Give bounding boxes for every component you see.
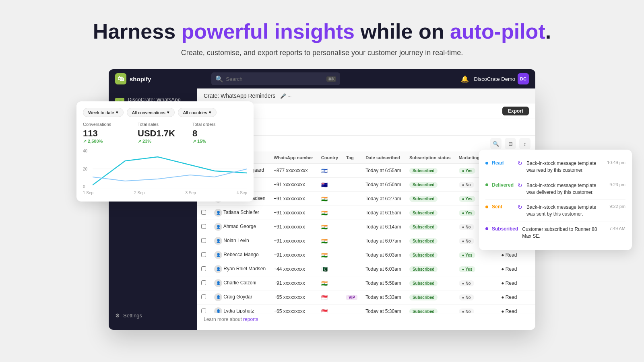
chart-filters: Week to date ▾ All conversations ▾ All c… — [83, 108, 247, 117]
row-checkbox[interactable] — [197, 262, 210, 276]
row-subscription: Subscribed — [405, 192, 455, 206]
avatar: 👤 — [214, 265, 222, 273]
row-date: Today at 5:33am — [361, 290, 405, 304]
row-checkbox[interactable] — [197, 276, 210, 290]
search-table-btn[interactable]: 🔍 — [490, 138, 502, 149]
row-checkbox[interactable] — [197, 220, 210, 234]
event-text-delivered: Back-in-stock message template was deliv… — [526, 182, 605, 196]
flag-icon: 🇮🇳 — [321, 196, 328, 202]
stat-conversations: Conversations 113 ↗ 2,500% — [83, 122, 138, 144]
subscription-badge: Subscribed — [409, 182, 438, 188]
avatar: 👤 — [214, 251, 222, 259]
user-badge: DiscoCrate Demo DC — [474, 73, 529, 84]
shopify-search-bar[interactable]: 🔍 ⌘K — [211, 72, 340, 85]
event-status-label-delivered: Delivered — [492, 182, 514, 188]
row-phone: +91 xxxxxxxxx — [270, 192, 317, 206]
row-checkbox[interactable] — [197, 304, 210, 313]
filter-conv-label: All conversations — [132, 110, 165, 115]
dot-subscribed — [485, 227, 488, 230]
row-date: Today at 6:50am — [361, 178, 405, 192]
bell-icon[interactable]: 🔔 — [461, 75, 469, 83]
stat-label-sales: Total sales — [138, 122, 186, 127]
flag-icon: 🇮🇳 — [321, 210, 328, 216]
template-status: ● Read — [501, 294, 517, 300]
th-tag[interactable]: Tag — [342, 152, 361, 164]
row-customer: 👤 Nolan Levin — [210, 234, 270, 248]
recycle-icon-sent: ↻ — [518, 204, 522, 210]
x-label-4sep: 4 Sep — [237, 191, 247, 195]
shopify-logo-text: shopify — [130, 76, 151, 82]
y-label-0: 0 — [83, 185, 87, 189]
row-marketing: ● No — [455, 276, 497, 290]
row-checkbox[interactable] — [197, 234, 210, 248]
marketing-badge: ● Yes — [459, 210, 476, 216]
report-icons[interactable]: 🎤 ··· — [280, 93, 291, 99]
dot-delivered — [485, 183, 488, 186]
settings-label: Settings — [123, 313, 142, 319]
table-row[interactable]: 👤 Rebecca Mango +91 xxxxxxxxx 🇮🇳 Today a… — [197, 248, 535, 262]
search-input[interactable] — [226, 76, 324, 82]
hero-text-while: while on — [355, 20, 450, 43]
event-status-label-read: Read — [492, 160, 504, 166]
event-status-subscribed: Subscribed — [485, 226, 518, 232]
event-sent: Sent ↻ Back-in-stock message template wa… — [485, 200, 625, 222]
filter-week-btn[interactable]: Week to date ▾ — [83, 108, 124, 117]
vip-badge: VIP — [346, 295, 357, 300]
sort-table-btn[interactable]: ↕ — [519, 138, 530, 149]
row-template: ● Read — [497, 290, 535, 304]
flag-icon: 🇸🇬 — [321, 294, 328, 300]
event-read: Read ↻ Back-in-stock message template wa… — [485, 156, 625, 178]
filter-countries-label: All countries — [183, 110, 207, 115]
event-text-sent: Back-in-stock message template was sent … — [526, 204, 605, 218]
y-label-40: 40 — [83, 149, 87, 153]
row-tag — [342, 248, 361, 262]
filter-table-btn[interactable]: ⊟ — [505, 138, 516, 149]
row-date: Today at 6:15am — [361, 206, 405, 220]
row-checkbox[interactable] — [197, 290, 210, 304]
row-subscription: Subscribed — [405, 206, 455, 220]
table-row[interactable]: 👤 Lydia Lipshutz +65 xxxxxxxxx 🇸🇬 Today … — [197, 304, 535, 313]
hero-headline: Harness powerful insights while on auto-… — [8, 20, 636, 43]
chart-area: 40 20 0 — [83, 149, 247, 189]
export-button[interactable]: Export — [502, 107, 529, 115]
row-checkbox[interactable] — [197, 206, 210, 220]
row-date: Today at 6:07am — [361, 234, 405, 248]
row-country: 🇸🇬 — [317, 304, 342, 313]
footer-link[interactable]: reports — [243, 317, 258, 322]
th-subscription[interactable]: Subscription status — [405, 152, 455, 164]
y-labels: 40 20 0 — [83, 149, 89, 189]
stat-label-orders: Total orders — [192, 122, 241, 127]
marketing-badge: ● No — [459, 294, 474, 300]
subscription-badge: Subscribed — [409, 309, 438, 313]
stat-sales: Total sales USD1.7K ↗ 23% — [138, 122, 192, 144]
stat-change-sales: ↗ 23% — [138, 139, 186, 144]
marketing-badge: ● Yes — [459, 168, 476, 174]
flag-icon: 🇮🇳 — [321, 224, 328, 230]
row-checkbox[interactable] — [197, 248, 210, 262]
row-subscription: Subscribed — [405, 248, 455, 262]
table-row[interactable]: 👤 Ryan Rhiel Madsen +44 xxxxxxxxx 🇵🇰 Tod… — [197, 262, 535, 276]
subscription-badge: Subscribed — [409, 210, 438, 216]
row-tag — [342, 178, 361, 192]
row-tag — [342, 304, 361, 313]
th-date[interactable]: Date subscribed — [361, 152, 405, 164]
shopify-topbar: 🛍 shopify 🔍 ⌘K 🔔 DiscoCrate Demo DC — [109, 69, 535, 88]
event-text-subscribed: Customer subscribed to Runner 88 Max SE. — [522, 226, 605, 240]
row-subscription: Subscribed — [405, 220, 455, 234]
th-country[interactable]: Country — [317, 152, 342, 164]
filter-countries-btn[interactable]: All countries ▾ — [178, 108, 217, 117]
row-customer: 👤 Charlie Calzoni — [210, 276, 270, 290]
row-phone: +65 xxxxxxxxx — [270, 304, 317, 313]
stat-value-sales: USD1.7K — [138, 128, 186, 139]
th-whatsapp[interactable]: WhatsApp number — [270, 152, 317, 164]
row-country: 🇮🇳 — [317, 220, 342, 234]
table-row[interactable]: 👤 Craig Goydar +65 xxxxxxxxx 🇸🇬 VIP Toda… — [197, 290, 535, 304]
filter-conversations-btn[interactable]: All conversations ▾ — [127, 108, 175, 117]
row-tag — [342, 206, 361, 220]
event-time-subscribed: 7:49 AM — [609, 226, 625, 231]
table-row[interactable]: 👤 Charlie Calzoni +91 xxxxxxxxx 🇮🇳 Today… — [197, 276, 535, 290]
stat-value-conv: 113 — [83, 128, 131, 139]
event-status-delivered: Delivered — [485, 182, 514, 188]
sidebar-settings-btn[interactable]: ⚙ Settings — [109, 309, 197, 322]
event-delivered: Delivered ↻ Back-in-stock message templa… — [485, 178, 625, 200]
